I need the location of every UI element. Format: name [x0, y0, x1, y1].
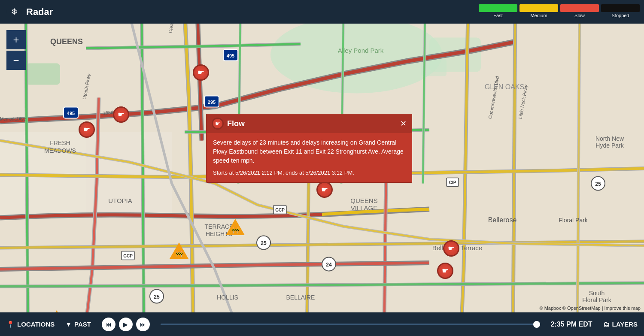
svg-text:25: 25	[261, 240, 267, 246]
zoom-controls: + −	[6, 30, 26, 71]
svg-text:HOLLIS: HOLLIS	[217, 294, 238, 301]
svg-text:FRESH: FRESH	[50, 139, 70, 146]
popup-title: Flow	[227, 119, 397, 128]
incident-icon-3[interactable]: ☛	[79, 121, 95, 138]
legend-stopped-color	[601, 4, 640, 12]
svg-text:BELLAIRE: BELLAIRE	[286, 294, 315, 301]
layers-button[interactable]: 🗂 LAYERS	[603, 321, 638, 328]
incident-icon-1[interactable]: ☛	[193, 64, 209, 81]
construction-icon-2[interactable]: 🚧	[226, 219, 245, 235]
legend-fast-color	[479, 4, 517, 12]
past-label: PAST	[74, 321, 91, 328]
svg-text:GCP: GCP	[123, 254, 133, 258]
zoom-in-button[interactable]: +	[6, 30, 26, 49]
flow-popup: ☛ Flow ✕ Severe delays of 23 minutes and…	[206, 114, 412, 183]
layers-label: LAYERS	[612, 321, 638, 328]
svg-text:Floral Park: Floral Park	[559, 217, 588, 224]
svg-text:Bellerose: Bellerose	[488, 216, 517, 224]
locations-icon: 📍	[6, 321, 15, 328]
popup-body: Severe delays of 23 minutes and delays i…	[207, 133, 412, 182]
svg-text:GCP: GCP	[275, 208, 285, 212]
incident-icon-6[interactable]: ☛	[437, 263, 453, 279]
svg-text:North New: North New	[595, 135, 624, 142]
svg-text:25: 25	[154, 294, 160, 300]
svg-text:GLEN OAKS: GLEN OAKS	[485, 83, 524, 91]
svg-text:Memorial Ave: Memorial Ave	[0, 117, 26, 121]
app-title: Radar	[26, 6, 53, 18]
svg-text:VILLAGE: VILLAGE	[351, 204, 378, 212]
incident-icon-4[interactable]: ☛	[316, 182, 333, 198]
legend-fast-label: Fast	[493, 13, 502, 18]
svg-text:24: 24	[326, 262, 332, 268]
legend-stopped: Stopped	[601, 4, 640, 18]
incident-icon-2[interactable]: ☛	[113, 106, 129, 123]
popup-description: Severe delays of 23 minutes and delays i…	[213, 138, 405, 165]
play-button[interactable]: ▶	[119, 318, 133, 331]
svg-text:Floral Park: Floral Park	[582, 297, 612, 303]
svg-text:QUEENS: QUEENS	[350, 197, 377, 204]
layers-icon: 🗂	[603, 321, 610, 328]
incident-icon-5[interactable]: ☛	[443, 240, 459, 257]
svg-text:Hyde Park: Hyde Park	[595, 142, 624, 149]
svg-text:UTOPIA: UTOPIA	[108, 197, 132, 204]
svg-text:QUEENS: QUEENS	[50, 37, 83, 46]
zoom-out-button[interactable]: −	[6, 51, 26, 70]
legend-stopped-label: Stopped	[612, 13, 629, 18]
legend-medium-label: Medium	[530, 13, 547, 18]
popup-stop-icon: ☛	[212, 118, 224, 130]
svg-text:25: 25	[595, 181, 601, 187]
svg-text:❄: ❄	[11, 7, 18, 16]
legend-slow: Slow	[560, 4, 599, 18]
playback-controls: ⏮ ▶ ⏭	[102, 318, 150, 331]
time-display: 2:35 PM EDT	[551, 321, 592, 328]
locations-button[interactable]: 📍 LOCATIONS	[6, 321, 55, 328]
traffic-legend: Fast Medium Slow Stopped	[479, 4, 640, 18]
progress-thumb[interactable]	[533, 321, 540, 328]
legend-slow-color	[560, 4, 599, 12]
progress-track[interactable]	[161, 324, 540, 325]
app-header: ❄ Radar Fast Medium Slow Stopped	[0, 0, 644, 24]
legend-fast: Fast	[479, 4, 517, 18]
past-button[interactable]: ▼ PAST	[65, 321, 91, 328]
skip-forward-button[interactable]: ⏭	[136, 318, 150, 331]
svg-text:MEADOWS: MEADOWS	[44, 147, 76, 154]
construction-icon-1[interactable]: 🚧	[170, 242, 188, 259]
past-icon: ▼	[65, 321, 72, 328]
svg-text:495: 495	[227, 53, 234, 58]
bottom-bar: 📍 LOCATIONS ▼ PAST ⏮ ▶ ⏭ 2:35 PM EDT 🗂 L…	[0, 312, 644, 336]
svg-text:CIP: CIP	[449, 180, 456, 185]
svg-text:Alley Pond Park: Alley Pond Park	[338, 47, 384, 54]
popup-close-button[interactable]: ✕	[400, 119, 407, 128]
map-area[interactable]: QUEENS FRESH MEADOWS UTOPIA TERRACE HEIG…	[0, 24, 644, 312]
map-attribution: © Mapbox © OpenStreetMap | Improve this …	[539, 306, 641, 311]
app-logo-icon: ❄	[6, 4, 22, 20]
svg-text:495: 495	[67, 111, 75, 116]
svg-rect-5	[26, 64, 60, 85]
popup-times: Starts at 5/26/2021 2:12 PM, ends at 5/2…	[213, 169, 405, 177]
skip-back-button[interactable]: ⏮	[102, 318, 115, 331]
svg-text:295: 295	[208, 100, 216, 105]
legend-slow-label: Slow	[574, 13, 585, 18]
svg-text:South: South	[589, 290, 605, 297]
legend-medium-color	[519, 4, 558, 12]
locations-label: LOCATIONS	[17, 321, 55, 328]
legend-medium: Medium	[519, 4, 558, 18]
attribution-text: © Mapbox © OpenStreetMap | Improve this …	[539, 306, 641, 311]
progress-area	[161, 324, 540, 325]
popup-header: ☛ Flow ✕	[207, 114, 412, 133]
construction-icon-3[interactable]: 🚧	[47, 310, 66, 312]
